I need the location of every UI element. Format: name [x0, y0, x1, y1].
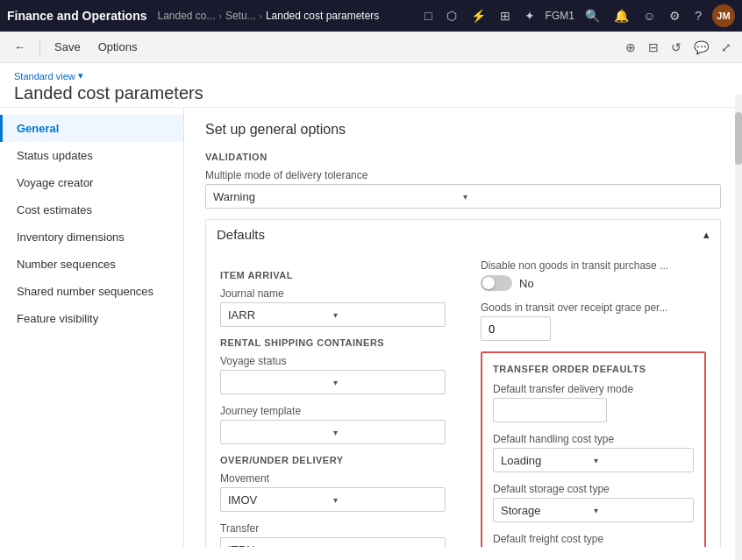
user-avatar[interactable]: JM — [712, 4, 735, 27]
defaults-header[interactable]: Defaults ▴ — [206, 220, 720, 249]
breadcrumb-item-2[interactable]: Setu... — [225, 10, 256, 22]
left-nav: General Status updates Voyage creator Co… — [0, 108, 184, 547]
delivery-mode-input[interactable] — [493, 398, 607, 422]
comment-icon[interactable]: 💬 — [690, 37, 712, 58]
rocket-icon[interactable]: ⚡ — [467, 5, 489, 26]
defaults-content: ITEM ARRIVAL Journal name IARR ▾ RENTAL … — [206, 249, 720, 547]
journey-template-field: Journey template ▾ — [220, 405, 446, 444]
journal-name-label: Journal name — [220, 287, 446, 300]
voyage-status-label: Voyage status — [220, 355, 446, 367]
top-bar: Finance and Operations Landed co... › Se… — [0, 0, 742, 32]
grid-icon[interactable]: ⊞ — [496, 5, 514, 26]
nav-item-inventory-dimensions[interactable]: Inventory dimensions — [0, 223, 183, 251]
freight-cost-field: Default freight cost type FREIGHT ▾ — [493, 533, 694, 547]
grace-period-field: Goods in transit over receipt grace per.… — [481, 301, 706, 341]
globe-icon[interactable]: ⊕ — [622, 37, 639, 58]
question-icon[interactable]: ? — [691, 5, 705, 26]
transfer-order-title: TRANSFER ORDER DEFAULTS — [493, 364, 694, 374]
chevron-down-icon: ▾ — [78, 70, 83, 82]
back-arrow-icon: ← — [14, 40, 25, 53]
journey-template-label: Journey template — [220, 405, 446, 417]
gear-icon[interactable]: ⚙ — [666, 5, 684, 26]
options-label: Options — [98, 40, 138, 53]
breadcrumb: Landed co... › Setu... › Landed cost par… — [157, 10, 379, 22]
voyage-status-select[interactable]: ▾ — [220, 370, 446, 394]
scrollbar-track — [735, 95, 742, 547]
nav-item-feature-visibility[interactable]: Feature visibility — [0, 305, 183, 332]
nav-item-shared-number-sequences[interactable]: Shared number sequences — [0, 278, 183, 305]
rectangle-icon[interactable]: □ — [421, 5, 435, 26]
freight-cost-label: Default freight cost type — [493, 533, 694, 545]
save-label: Save — [54, 40, 81, 53]
non-goods-value: No — [519, 277, 534, 290]
delivery-tolerance-select[interactable]: Warning ▾ — [205, 184, 721, 209]
item-arrival-label: ITEM ARRIVAL — [220, 270, 446, 280]
nav-item-number-sequences[interactable]: Number sequences — [0, 251, 183, 278]
over-under-section: OVER/UNDER DELIVERY Movement IMOV ▾ Tran… — [220, 455, 446, 547]
section-title: Set up general options — [205, 122, 721, 138]
movement-select[interactable]: IMOV ▾ — [220, 487, 446, 512]
chevron-down-icon: ▾ — [333, 310, 439, 320]
collapse-icon: ▴ — [703, 228, 710, 241]
handling-cost-field: Default handling cost type Loading ▾ — [493, 433, 694, 472]
non-goods-field: Disable non goods in transit purchase ..… — [481, 259, 706, 291]
journal-name-select[interactable]: IARR ▾ — [220, 302, 446, 327]
breadcrumb-sep-1: › — [219, 11, 222, 21]
top-bar-icons: □ ⬡ ⚡ ⊞ ✦ FGM1 🔍 🔔 ☺ ⚙ ? JM — [421, 4, 735, 27]
search-icon[interactable]: 🔍 — [581, 5, 603, 26]
chevron-down-icon: ▾ — [594, 456, 687, 465]
expand-icon[interactable]: ⤢ — [717, 37, 735, 58]
breadcrumb-item-1[interactable]: Landed co... — [157, 10, 215, 22]
rental-section: RENTAL SHIPPING CONTAINERS Voyage status… — [220, 337, 446, 444]
toolbar: ← Save Options ⊕ ⊟ ↺ 💬 ⤢ — [0, 32, 742, 63]
brand-name: Finance and Operations — [7, 9, 146, 23]
non-goods-toggle[interactable] — [481, 275, 512, 291]
options-button[interactable]: Options — [91, 37, 145, 57]
chevron-down-icon: ▾ — [463, 192, 713, 202]
defaults-title: Defaults — [217, 227, 265, 242]
delivery-mode-field: Default transfer delivery mode — [493, 383, 694, 422]
toolbar-separator — [39, 39, 40, 56]
chevron-down-icon: ▾ — [594, 506, 687, 515]
defaults-right-col: Disable non goods in transit purchase ..… — [481, 259, 706, 547]
transfer-field: Transfer ITRN ▾ — [220, 522, 446, 547]
over-under-label: OVER/UNDER DELIVERY — [220, 455, 446, 465]
storage-cost-select[interactable]: Storage ▾ — [493, 498, 694, 522]
handling-cost-label: Default handling cost type — [493, 433, 694, 445]
refresh-icon[interactable]: ↺ — [667, 37, 685, 58]
scrollbar-thumb[interactable] — [735, 112, 742, 165]
nav-item-voyage-creator[interactable]: Voyage creator — [0, 169, 183, 196]
storage-cost-field: Default storage cost type Storage ▾ — [493, 483, 694, 522]
validation-label: VALIDATION — [205, 152, 721, 162]
content-area: General Status updates Voyage creator Co… — [0, 108, 742, 547]
sidebar-icon[interactable]: ⊟ — [645, 37, 662, 58]
journey-template-select[interactable]: ▾ — [220, 420, 446, 444]
bell-icon[interactable]: 🔔 — [610, 5, 632, 26]
movement-field: Movement IMOV ▾ — [220, 472, 446, 512]
non-goods-toggle-row: No — [481, 275, 706, 291]
lightning-icon[interactable]: ✦ — [521, 5, 539, 26]
defaults-section: Defaults ▴ ITEM ARRIVAL Journal name IAR… — [205, 219, 721, 547]
transfer-label: Transfer — [220, 522, 446, 535]
delivery-mode-label: Default transfer delivery mode — [493, 383, 694, 395]
chevron-down-icon: ▾ — [333, 495, 439, 505]
user-code: FGM1 — [546, 10, 574, 22]
breadcrumb-sep-2: › — [260, 11, 262, 21]
transfer-order-defaults-box: TRANSFER ORDER DEFAULTS Default transfer… — [481, 351, 706, 547]
breadcrumb-current: Landed cost parameters — [266, 10, 379, 22]
monitor-icon[interactable]: ⬡ — [443, 5, 460, 26]
smiley-icon[interactable]: ☺ — [639, 5, 659, 26]
transfer-select[interactable]: ITRN ▾ — [220, 537, 446, 547]
nav-item-cost-estimates[interactable]: Cost estimates — [0, 196, 183, 223]
handling-cost-select[interactable]: Loading ▾ — [493, 448, 694, 472]
page-title: Landed cost parameters — [14, 83, 728, 103]
back-button[interactable]: ← — [7, 37, 32, 57]
grace-period-input[interactable] — [481, 316, 551, 341]
toolbar-right: ⊕ ⊟ ↺ 💬 ⤢ — [622, 37, 735, 58]
page-header: Standard view ▾ Landed cost parameters — [0, 63, 742, 108]
standard-view[interactable]: Standard view ▾ — [14, 70, 728, 82]
movement-label: Movement — [220, 472, 446, 485]
nav-item-status-updates[interactable]: Status updates — [0, 142, 183, 169]
nav-item-general[interactable]: General — [0, 115, 183, 142]
save-button[interactable]: Save — [47, 37, 88, 57]
